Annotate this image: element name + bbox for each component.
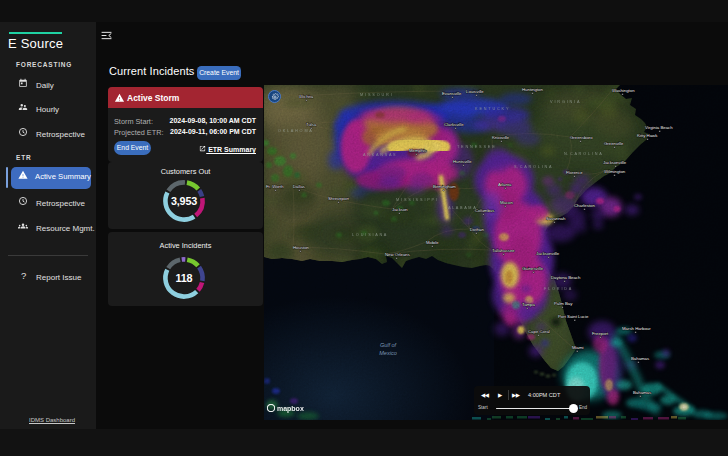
svg-text:V I R G I N I A: V I R G I N I A: [550, 100, 580, 104]
svg-text:S. C A R O L I N A: S. C A R O L I N A: [514, 165, 552, 169]
svg-text:Gulf of: Gulf of: [380, 342, 397, 348]
svg-text:Tulsa: Tulsa: [306, 122, 317, 127]
svg-text:Tallahassee: Tallahassee: [492, 248, 515, 253]
svg-text:Palm Bay: Palm Bay: [554, 301, 573, 306]
svg-text:Dallas: Dallas: [293, 184, 305, 189]
svg-text:New Orleans: New Orleans: [385, 252, 410, 257]
svg-text:Huntington: Huntington: [522, 87, 543, 92]
svg-text:Jackson: Jackson: [392, 207, 408, 212]
svg-text:Kitty Hawk: Kitty Hawk: [637, 133, 658, 138]
svg-text:Washington: Washington: [612, 88, 635, 93]
svg-text:Louisville: Louisville: [466, 89, 484, 94]
svg-text:Shreveport: Shreveport: [328, 196, 350, 201]
svg-text:Freeport: Freeport: [592, 331, 609, 336]
svg-text:F L O R I D A: F L O R I D A: [544, 287, 572, 291]
svg-text:N. C A R O L I N A: N. C A R O L I N A: [564, 152, 602, 156]
svg-text:Columbus: Columbus: [475, 208, 494, 213]
svg-text:Jacksonville: Jacksonville: [536, 251, 560, 256]
svg-text:Wilmington: Wilmington: [604, 169, 626, 174]
svg-text:Greenville: Greenville: [604, 141, 624, 146]
svg-text:L O U I S I A N A: L O U I S I A N A: [352, 233, 387, 237]
svg-text:Houston: Houston: [293, 245, 310, 250]
svg-text:Savannah: Savannah: [546, 216, 566, 221]
svg-text:Huntsville: Huntsville: [453, 159, 472, 164]
svg-text:Wichita: Wichita: [299, 94, 314, 99]
svg-text:Florence: Florence: [566, 170, 583, 175]
svg-text:Tampa: Tampa: [522, 302, 536, 307]
svg-text:Atlanta: Atlanta: [498, 182, 512, 187]
svg-text:Gainesville: Gainesville: [522, 266, 544, 271]
svg-text:Bahamas: Bahamas: [633, 390, 651, 395]
svg-text:Virginia Beach: Virginia Beach: [645, 125, 673, 130]
svg-text:Birmingham: Birmingham: [433, 184, 456, 189]
svg-text:Charleston: Charleston: [574, 203, 595, 208]
svg-text:Daytona Beach: Daytona Beach: [551, 275, 581, 280]
svg-text:Bahamas: Bahamas: [631, 356, 649, 361]
svg-text:Ft. Worth: Ft. Worth: [266, 184, 284, 189]
svg-text:Marsh Harbour: Marsh Harbour: [622, 326, 651, 331]
svg-text:Jacksonville: Jacksonville: [603, 160, 627, 165]
svg-text:Dothan: Dothan: [470, 227, 484, 232]
svg-text:K E N T U C K Y: K E N T U C K Y: [475, 107, 509, 111]
svg-text:O K L A H O M A: O K L A H O M A: [278, 129, 312, 133]
svg-text:Evansville: Evansville: [442, 91, 462, 96]
svg-text:Miami: Miami: [572, 345, 584, 350]
svg-text:Mexico: Mexico: [379, 350, 396, 356]
svg-text:Knoxville: Knoxville: [492, 135, 510, 140]
svg-text:Greensboro: Greensboro: [570, 135, 593, 140]
svg-text:T E N N E S S E E: T E N N E S S E E: [457, 145, 495, 149]
svg-text:Clarksville: Clarksville: [444, 122, 464, 127]
svg-text:A R K A N S A S: A R K A N S A S: [363, 153, 396, 157]
svg-text:Cape Coral: Cape Coral: [528, 329, 550, 334]
svg-text:Port Saint Lucie: Port Saint Lucie: [558, 314, 589, 319]
svg-text:M I S S O U R I: M I S S O U R I: [360, 93, 392, 97]
svg-text:A L A B A M A: A L A B A M A: [448, 206, 476, 210]
svg-text:Mobile: Mobile: [426, 240, 439, 245]
svg-text:Memphis: Memphis: [409, 148, 426, 153]
svg-text:M I S S I S S I P P I: M I S S I S S I P P I: [396, 198, 437, 202]
svg-text:Macon: Macon: [500, 200, 514, 205]
